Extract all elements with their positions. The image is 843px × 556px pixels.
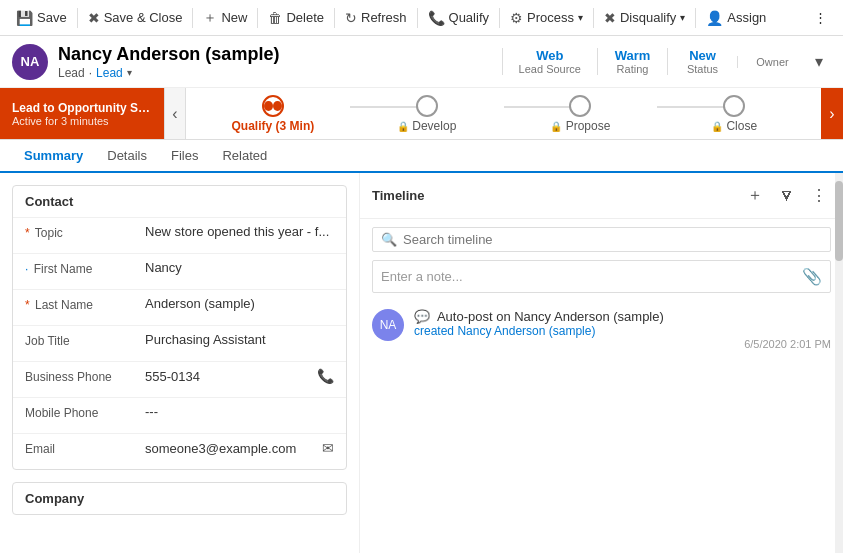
assign-button[interactable]: 👤 Assign xyxy=(698,6,774,30)
search-timeline-input[interactable] xyxy=(403,232,822,247)
timeline-item-0: NA 💬 Auto-post on Nancy Anderson (sample… xyxy=(360,301,843,358)
timeline-item-date: 6/5/2020 2:01 PM xyxy=(414,338,831,350)
note-input-bar[interactable]: Enter a note... 📎 xyxy=(372,260,831,293)
disqualify-button[interactable]: ✖ Disqualify ▾ xyxy=(596,6,693,30)
toolbar-separator-8 xyxy=(695,8,696,28)
toolbar-separator-6 xyxy=(499,8,500,28)
note-placeholder-text: Enter a note... xyxy=(381,269,802,284)
type-label: Lead xyxy=(58,66,85,80)
save-button[interactable]: 💾 Save xyxy=(8,6,75,30)
stage-qualify-label: Qualify (3 Min) xyxy=(232,119,315,133)
timeline-more-button[interactable]: ⋮ xyxy=(807,184,831,207)
meta-lead-source-label: Lead Source xyxy=(519,63,581,75)
field-first-name: · First Name Nancy xyxy=(13,253,346,289)
search-icon: 🔍 xyxy=(381,232,397,247)
timeline-post-title: 💬 Auto-post on Nancy Anderson (sample) xyxy=(414,309,831,324)
field-business-phone: Business Phone 555-0134 📞 xyxy=(13,361,346,397)
timeline-actions: ＋ ⛛ ⋮ xyxy=(743,183,831,208)
field-job-title-value[interactable]: Purchasing Assistant xyxy=(145,332,334,347)
toolbar-separator-5 xyxy=(417,8,418,28)
company-card: Company xyxy=(12,482,347,515)
field-topic-label: * Topic xyxy=(25,224,145,240)
header-info: Nancy Anderson (sample) Lead · Lead ▾ xyxy=(58,44,502,80)
refresh-button[interactable]: ↻ Refresh xyxy=(337,6,415,30)
field-mobile-phone-value[interactable]: --- xyxy=(145,404,334,419)
timeline-add-button[interactable]: ＋ xyxy=(743,183,767,208)
field-email-label: Email xyxy=(25,440,145,456)
stage-qualify[interactable]: Qualify (3 Min) xyxy=(196,95,350,133)
field-business-phone-value[interactable]: 555-0134 📞 xyxy=(145,368,334,384)
timeline-filter-button[interactable]: ⛛ xyxy=(775,185,799,207)
stage-develop-label: 🔒 Develop xyxy=(397,119,456,133)
process-stages: Qualify (3 Min) 🔒 Develop 🔒 Propose 🔒 C xyxy=(186,88,821,139)
meta-lead-source-value: Web xyxy=(536,48,563,63)
disqualify-icon: ✖ xyxy=(604,10,616,26)
tab-files[interactable]: Files xyxy=(159,140,210,173)
field-first-name-value[interactable]: Nancy xyxy=(145,260,334,275)
field-mobile-phone-label: Mobile Phone xyxy=(25,404,145,420)
scrollbar-thumb[interactable] xyxy=(835,181,843,261)
main-content: Contact * Topic New store opened this ye… xyxy=(0,173,843,553)
header-expand-button[interactable]: ▾ xyxy=(807,48,831,75)
lastname-required-marker: * xyxy=(25,298,30,312)
save-icon: 💾 xyxy=(16,10,33,26)
subtype-link[interactable]: Lead xyxy=(96,66,123,80)
subtype-chevron[interactable]: ▾ xyxy=(127,67,132,78)
field-last-name-value[interactable]: Anderson (sample) xyxy=(145,296,334,311)
timeline-search-bar[interactable]: 🔍 xyxy=(372,227,831,252)
right-panel: Timeline ＋ ⛛ ⋮ 🔍 Enter a note... 📎 NA 💬 … xyxy=(360,173,843,553)
stage-propose[interactable]: 🔒 Propose xyxy=(504,95,658,133)
field-topic-value[interactable]: New store opened this year - f... xyxy=(145,224,334,239)
process-button[interactable]: ⚙ Process ▾ xyxy=(502,6,591,30)
attach-icon[interactable]: 📎 xyxy=(802,267,822,286)
tab-summary[interactable]: Summary xyxy=(12,140,95,173)
stage-develop[interactable]: 🔒 Develop xyxy=(350,95,504,133)
meta-status-value: New xyxy=(689,48,716,63)
timeline-item-content: 💬 Auto-post on Nancy Anderson (sample) c… xyxy=(414,309,831,350)
header-meta: Web Lead Source Warm Rating New Status O… xyxy=(502,48,831,75)
delete-icon: 🗑 xyxy=(268,10,282,26)
new-button[interactable]: ＋ New xyxy=(195,5,255,31)
meta-status: New Status xyxy=(667,48,737,75)
process-bar: Lead to Opportunity Sale... Active for 3… xyxy=(0,88,843,140)
tab-details[interactable]: Details xyxy=(95,140,159,173)
stage-develop-circle xyxy=(416,95,438,117)
contact-name: Nancy Anderson (sample) xyxy=(58,44,502,65)
toolbar-separator-3 xyxy=(257,8,258,28)
toolbar-separator-7 xyxy=(593,8,594,28)
meta-rating: Warm Rating xyxy=(597,48,667,75)
field-job-title: Job Title Purchasing Assistant xyxy=(13,325,346,361)
stage-qualify-circle xyxy=(262,95,284,117)
stage-close-label: 🔒 Close xyxy=(711,119,757,133)
process-promo: Lead to Opportunity Sale... Active for 3… xyxy=(0,88,164,139)
delete-button[interactable]: 🗑 Delete xyxy=(260,6,332,30)
toolbar: 💾 Save ✖ Save & Close ＋ New 🗑 Delete ↻ R… xyxy=(0,0,843,36)
stage-close[interactable]: 🔒 Close xyxy=(657,95,811,133)
more-button[interactable]: ⋮ xyxy=(806,6,835,29)
timeline-scrollbar[interactable] xyxy=(835,173,843,553)
promo-subtitle: Active for 3 minutes xyxy=(12,115,152,127)
stage-propose-label: 🔒 Propose xyxy=(550,119,610,133)
post-icon: 💬 xyxy=(414,309,430,324)
process-nav-left-button[interactable]: ‹ xyxy=(164,88,186,139)
timeline-title: Timeline xyxy=(372,188,743,203)
meta-rating-value: Warm xyxy=(615,48,651,63)
toolbar-separator-4 xyxy=(334,8,335,28)
subtitle-dot: · xyxy=(89,66,92,80)
tab-related[interactable]: Related xyxy=(210,140,279,173)
avatar: NA xyxy=(12,44,48,80)
more-icon: ⋮ xyxy=(814,10,827,25)
save-close-button[interactable]: ✖ Save & Close xyxy=(80,6,191,30)
new-icon: ＋ xyxy=(203,9,217,27)
save-close-icon: ✖ xyxy=(88,10,100,26)
field-job-title-label: Job Title xyxy=(25,332,145,348)
develop-lock-icon: 🔒 xyxy=(397,121,409,132)
field-email-value[interactable]: someone3@example.com ✉ xyxy=(145,440,334,456)
phone-icon[interactable]: 📞 xyxy=(317,368,334,384)
qualify-button[interactable]: 📞 Qualify xyxy=(420,6,497,30)
close-lock-icon: 🔒 xyxy=(711,121,723,132)
field-business-phone-label: Business Phone xyxy=(25,368,145,384)
email-icon[interactable]: ✉ xyxy=(322,440,334,456)
process-nav-right-button[interactable]: › xyxy=(821,88,843,139)
topic-required-marker: * xyxy=(25,226,30,240)
